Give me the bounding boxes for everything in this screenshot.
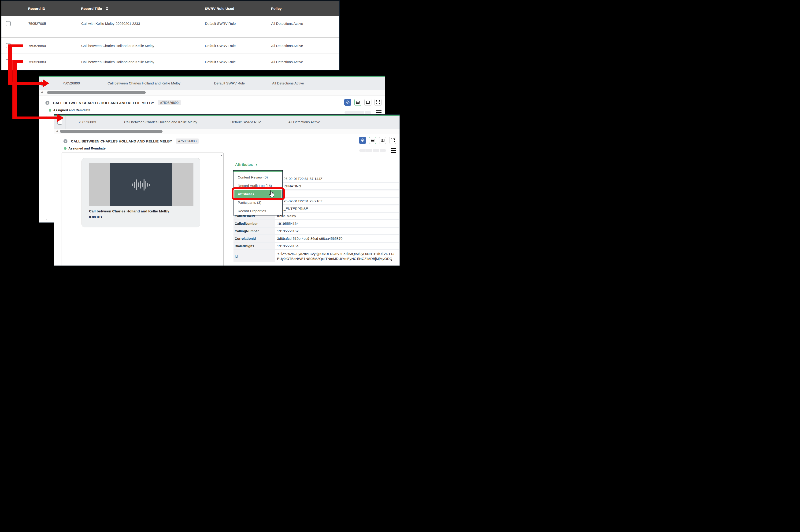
split-horizontal-button[interactable] — [369, 137, 376, 144]
policy-cell: All Detections Active — [288, 120, 320, 124]
column-header-swrv-rule[interactable]: SWRV Rule Used — [190, 6, 256, 11]
status-dot — [64, 147, 67, 150]
media-title: Call between Charles Holland and Kellie … — [89, 209, 169, 213]
attribute-row: CallingNumber19195554162 — [234, 227, 399, 234]
target-icon — [346, 100, 350, 104]
fullscreen-button[interactable] — [375, 99, 382, 106]
record-title-cell: Call between Charles Holland and Kellie … — [124, 120, 197, 124]
attribute-label: DialedDigits — [234, 243, 275, 249]
sort-icon[interactable] — [106, 7, 108, 11]
record-id-cell: 750526890 — [14, 44, 67, 48]
attribute-value: Kellie Melby — [277, 213, 399, 219]
caret-down-icon: ▼ — [255, 163, 258, 166]
swrv-rule-cell: Default SWRV Rule — [190, 16, 257, 25]
swrv-rule-cell: Default SWRV Rule — [214, 81, 245, 85]
fullscreen-button[interactable] — [389, 137, 396, 144]
horizontal-scrollbar[interactable]: ◀ — [39, 90, 385, 95]
disabled-pager — [359, 149, 386, 152]
scrollbar-thumb[interactable] — [47, 91, 146, 94]
attribute-value: IGINATING — [277, 183, 399, 189]
scroll-up-icon[interactable]: ▲ — [220, 154, 223, 157]
split-vertical-button[interactable] — [364, 99, 371, 106]
attribute-label: CorrelationId — [234, 235, 275, 242]
table-row[interactable]: 750526890 Call between Charles Holland a… — [1, 37, 339, 54]
attribute-row: CalledNumber19195554164 — [234, 219, 399, 227]
split-horizontal-button[interactable] — [354, 99, 361, 106]
annotation-highlight-box — [232, 187, 285, 200]
split-horizontal-icon — [370, 138, 375, 142]
row-checkbox[interactable] — [6, 59, 11, 64]
focus-target-button[interactable] — [344, 99, 351, 106]
split-vertical-button[interactable] — [379, 137, 386, 144]
selected-record-row[interactable]: 750526890 Call between Charles Holland a… — [39, 77, 385, 90]
media-card[interactable]: Call between Charles Holland and Kellie … — [81, 158, 200, 227]
policy-cell: All Detections Active — [257, 60, 339, 64]
selected-record-row[interactable]: 750526883 Call between Charles Holland a… — [54, 116, 400, 129]
swrv-rule-cell: Default SWRV Rule — [190, 60, 257, 64]
media-file-size: 0.00 KB — [89, 215, 102, 219]
focus-target-button[interactable] — [359, 137, 366, 144]
record-title-cell: Call between Charles Holland and Kellie … — [67, 60, 190, 64]
row-checkbox[interactable] — [6, 43, 11, 48]
row-checkbox[interactable] — [6, 21, 11, 26]
column-header-record-id[interactable]: Record ID — [14, 6, 67, 11]
column-header-policy[interactable]: Policy — [256, 6, 339, 11]
attribute-value: 3d8bafcd-519b-4ec9-86cd-c68aa4565870 — [277, 235, 399, 242]
status-text: Assigned and Remdiate — [53, 108, 90, 112]
record-detail-panel-750526883: 750526883 Call between Charles Holland a… — [54, 114, 400, 266]
record-detail-title: CALL BETWEEN CHARLES HOLLAND AND KELLIE … — [53, 101, 154, 105]
column-header-record-title[interactable]: Record Title — [67, 6, 190, 11]
attribute-value: 26-02-01T22:31:29.216Z — [277, 198, 399, 204]
attribute-value: _ENTERPRISE — [277, 205, 399, 212]
record-detail-title: CALL BETWEEN CHARLES HOLLAND AND KELLIE … — [71, 139, 172, 143]
select-all-column — [1, 1, 14, 16]
panel-toolbar — [344, 99, 382, 106]
record-id-cell: 750526883 — [14, 60, 67, 64]
audio-thumbnail — [89, 163, 194, 206]
policy-cell: All Detections Active — [272, 81, 304, 85]
hand-cursor-icon — [268, 190, 274, 198]
split-horizontal-icon — [356, 100, 360, 104]
fullscreen-icon — [376, 100, 380, 104]
menu-item-record-properties[interactable]: Record Properties — [234, 207, 283, 215]
record-id-badge: #750526883 — [176, 138, 199, 144]
scroll-left-icon[interactable]: ◀ — [56, 130, 58, 133]
records-table: Record ID Record Title SWRV Rule Used Po… — [1, 0, 340, 71]
waveform-icon — [110, 163, 172, 206]
swrv-rule-cell: Default SWRV Rule — [231, 120, 261, 124]
fullscreen-icon — [390, 138, 395, 142]
menu-item-content-review[interactable]: Content Review (0) — [234, 173, 283, 181]
media-viewer-panel: ▲ Call between Charles Holland and Kelli… — [61, 153, 224, 266]
horizontal-scrollbar[interactable]: ◀ — [54, 129, 400, 134]
record-title-cell: Call between Charles Holland and Kellie … — [108, 81, 181, 85]
table-row[interactable]: 750527005 Call with Kellie Melby-2026020… — [1, 16, 339, 37]
attribute-value — [277, 190, 399, 197]
table-row[interactable]: 750526883 Call between Charles Holland a… — [1, 54, 339, 70]
attribute-value: 19195554162 — [277, 228, 399, 234]
attribute-row: IdY2lzY29zcGFyazovL3VybjpURUFNOnVzLXdlc3… — [234, 249, 399, 262]
info-icon[interactable]: i — [46, 101, 50, 105]
record-id-badge: #750526890 — [158, 100, 181, 105]
attribute-value: Y2lzY29zcGFyazovL3VybjpURUFNOnVzLXdlc3Qt… — [277, 250, 399, 262]
record-title-cell: Call between Charles Holland and Kellie … — [67, 44, 190, 48]
record-title-cell: Call with Kellie Melby-20260201 2233 — [67, 16, 190, 25]
attribute-label: CalledNumber — [234, 221, 275, 227]
attributes-dropdown-trigger[interactable]: Attributes ▼ — [235, 163, 258, 167]
records-table-header: Record ID Record Title SWRV Rule Used Po… — [1, 1, 339, 16]
attribute-label: Id — [234, 250, 275, 262]
attribute-value: 19195554164 — [277, 243, 399, 249]
scrollbar-thumb[interactable] — [60, 130, 163, 133]
policy-cell: All Detections Active — [257, 16, 339, 25]
scroll-left-icon[interactable]: ◀ — [41, 91, 43, 94]
attribute-row: DialedDigits19195554164 — [234, 242, 399, 249]
record-id-cell: 750526883 — [78, 120, 96, 124]
status-text: Assigned and Remdiate — [68, 147, 106, 150]
info-icon[interactable]: i — [63, 139, 68, 143]
row-checkbox[interactable] — [41, 81, 46, 86]
target-icon — [360, 138, 365, 142]
attribute-value: 26-02-01T22:31:37.144Z — [277, 175, 399, 182]
row-checkbox[interactable] — [57, 119, 62, 125]
split-vertical-icon — [366, 100, 370, 104]
swrv-rule-cell: Default SWRV Rule — [190, 44, 257, 48]
menu-icon[interactable] — [391, 148, 396, 154]
